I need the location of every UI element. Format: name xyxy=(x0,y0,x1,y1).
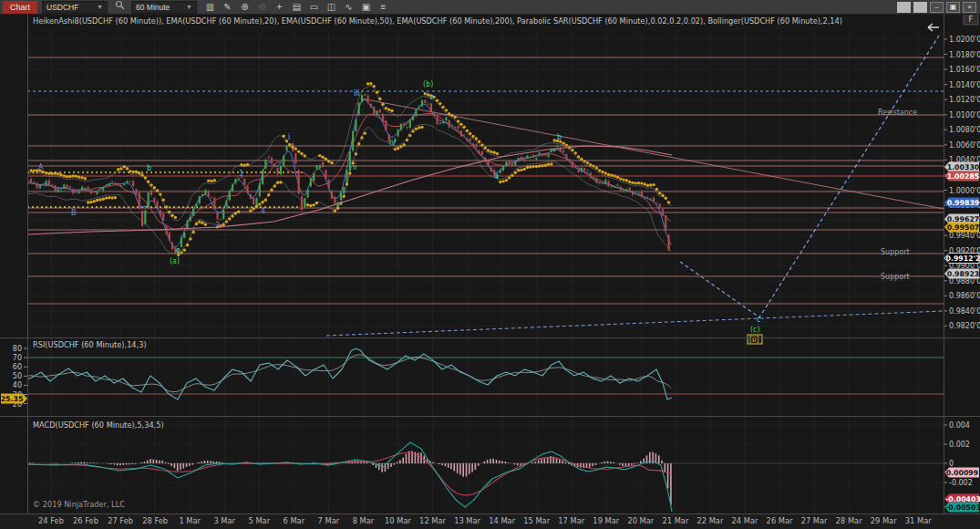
svg-text:1: 1 xyxy=(239,170,243,178)
axis-corner-label: F xyxy=(964,14,978,25)
svg-text:26 Mar: 26 Mar xyxy=(767,516,793,525)
svg-text:(b): (b) xyxy=(423,80,433,88)
svg-text:1.00285: 1.00285 xyxy=(947,172,980,181)
svg-text:31 Mar: 31 Mar xyxy=(905,516,932,525)
svg-text:50: 50 xyxy=(13,372,22,380)
svg-text:1 Mar: 1 Mar xyxy=(179,516,201,525)
svg-text:15 Mar: 15 Mar xyxy=(523,516,550,525)
svg-text:6 Mar: 6 Mar xyxy=(284,516,305,525)
rsi-badge: 25.35 xyxy=(1,394,27,404)
svg-text:0.004: 0.004 xyxy=(949,421,970,430)
minimize-button[interactable]: – xyxy=(930,2,944,13)
svg-text:0.98923: 0.98923 xyxy=(947,270,980,278)
svg-text:1.0120'0: 1.0120'0 xyxy=(949,96,980,104)
svg-text:29 Mar: 29 Mar xyxy=(871,516,897,525)
plus-icon[interactable]: + xyxy=(271,1,288,14)
note-edit-icon[interactable]: ▤ xyxy=(288,1,305,14)
svg-text:1.0200'0: 1.0200'0 xyxy=(949,36,980,44)
indicator-label: HeikenAshi8(USDCHF (60 Minute)), EMA(USD… xyxy=(33,16,842,26)
svg-text:60: 60 xyxy=(13,363,22,371)
svg-text:1.00330: 1.00330 xyxy=(947,163,980,171)
svg-text:0.9912'2: 0.9912'2 xyxy=(946,254,980,263)
svg-text:27 Mar: 27 Mar xyxy=(801,516,828,525)
svg-text:2: 2 xyxy=(215,222,220,230)
pencil-icon[interactable]: ✎ xyxy=(219,1,236,14)
svg-text:17 Mar: 17 Mar xyxy=(558,516,584,525)
close-button[interactable]: × xyxy=(963,2,976,13)
symbol-select[interactable]: USDCHF ▼ xyxy=(42,1,108,14)
panel-icon[interactable]: ▭ xyxy=(305,1,323,14)
svg-text:1.0140'0: 1.0140'0 xyxy=(949,81,980,89)
restore-button[interactable]: ▣ xyxy=(946,2,960,13)
chart-canvas[interactable]: ABbc(a)124iiiiiiiv(b)vabc(c)[ii]Resistan… xyxy=(0,0,980,529)
svg-text:25.35: 25.35 xyxy=(1,395,24,403)
svg-text:1.0060'0: 1.0060'0 xyxy=(949,141,980,150)
svg-text:5 Mar: 5 Mar xyxy=(249,516,271,525)
svg-text:i: i xyxy=(288,133,290,141)
svg-text:13 Mar: 13 Mar xyxy=(454,516,480,525)
svg-text:24 Feb: 24 Feb xyxy=(38,516,64,525)
svg-text:1.0160'0: 1.0160'0 xyxy=(949,66,980,74)
svg-text:0.9840'0: 0.9840'0 xyxy=(949,307,980,316)
chevron-down-icon: ▼ xyxy=(186,4,192,10)
svg-text:Resistance: Resistance xyxy=(878,109,917,117)
svg-text:(a): (a) xyxy=(170,257,180,265)
svg-text:F: F xyxy=(969,15,974,24)
svg-text:21 Mar: 21 Mar xyxy=(662,516,688,525)
svg-text:B: B xyxy=(71,209,77,217)
toolbar-icons: ▥✎⊕⊖+▤▭◫∿▣≡ xyxy=(201,1,392,14)
interval-select[interactable]: 60 Minute ▼ xyxy=(131,1,197,14)
zoom-out-icon[interactable]: ⊖ xyxy=(253,1,271,14)
float-button[interactable] xyxy=(897,2,911,13)
svg-text:1.0000'0: 1.0000'0 xyxy=(949,187,980,195)
svg-text:8 Mar: 8 Mar xyxy=(353,516,375,525)
svg-text:1.0180'0: 1.0180'0 xyxy=(949,51,980,59)
tab-chart[interactable]: Chart xyxy=(3,1,37,14)
svg-text:0.99507: 0.99507 xyxy=(947,223,980,232)
svg-text:27 Feb: 27 Feb xyxy=(108,516,133,525)
price-badge: 0.98923 xyxy=(944,269,979,279)
svg-text:3 Mar: 3 Mar xyxy=(213,516,235,525)
dock-button[interactable] xyxy=(913,2,927,13)
svg-text:14 Mar: 14 Mar xyxy=(489,516,515,525)
svg-text:20 Mar: 20 Mar xyxy=(627,516,654,525)
svg-text:28 Feb: 28 Feb xyxy=(142,516,168,525)
svg-text:b: b xyxy=(557,133,562,141)
svg-text:19 Mar: 19 Mar xyxy=(593,516,619,525)
clipboard-icon[interactable]: ▣ xyxy=(357,1,375,14)
window-buttons: –▣× xyxy=(897,2,977,13)
rsi-label: RSI(USDCHF (60 Minute),14,3) xyxy=(33,340,147,349)
svg-text:-0.000993: -0.000993 xyxy=(943,469,980,477)
svg-text:0.9820'0: 0.9820'0 xyxy=(949,322,980,330)
svg-text:80: 80 xyxy=(13,345,22,353)
svg-text:Support: Support xyxy=(881,248,910,256)
svg-text:iii: iii xyxy=(354,89,360,98)
chart-window-icon[interactable]: ◫ xyxy=(323,1,340,14)
svg-text:a: a xyxy=(494,171,499,180)
svg-text:0: 0 xyxy=(949,460,954,468)
svg-text:0.9940'0: 0.9940'0 xyxy=(949,232,980,240)
svg-text:0.002: 0.002 xyxy=(949,441,970,449)
svg-text:4: 4 xyxy=(261,207,265,215)
svg-text:Support: Support xyxy=(881,273,910,281)
svg-text:[ii]: [ii] xyxy=(749,336,759,344)
chart-background xyxy=(0,15,980,529)
svg-text:7 Mar: 7 Mar xyxy=(318,516,340,525)
svg-text:0.99839: 0.99839 xyxy=(947,199,980,207)
zigzag-line-icon[interactable]: ∿ xyxy=(340,1,357,14)
svg-text:1.0100'0: 1.0100'0 xyxy=(949,111,980,119)
svg-text:b: b xyxy=(147,164,151,172)
zoom-in-icon[interactable]: ⊕ xyxy=(236,1,253,14)
svg-text:40: 40 xyxy=(13,381,22,389)
toolbar: Chart USDCHF ▼ 60 Minute ▼ ▥✎⊕⊖+▤▭◫∿▣≡ –… xyxy=(0,0,980,15)
list-icon[interactable]: ≡ xyxy=(375,1,392,14)
svg-text:(c): (c) xyxy=(750,326,760,334)
interval-select-value: 60 Minute xyxy=(136,3,170,12)
search-icon[interactable] xyxy=(112,0,127,14)
chart-bars-icon[interactable]: ▥ xyxy=(201,1,219,14)
svg-text:24 Mar: 24 Mar xyxy=(732,516,758,525)
svg-text:A: A xyxy=(38,163,44,171)
price-badge: 0.99839 xyxy=(944,198,979,208)
svg-text:70: 70 xyxy=(13,354,22,362)
price-badge: 1.00330 xyxy=(944,162,980,172)
